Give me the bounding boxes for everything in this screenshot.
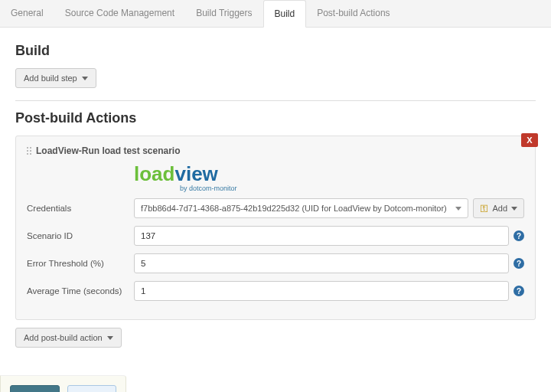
help-icon[interactable]: ? xyxy=(514,230,524,241)
apply-button[interactable]: Apply xyxy=(67,385,116,392)
divider xyxy=(15,100,536,101)
tab-bar: General Source Code Management Build Tri… xyxy=(0,0,551,28)
tab-general[interactable]: General xyxy=(0,0,54,27)
footer-actions: Save Apply xyxy=(0,375,126,392)
post-build-action-title: LoadView-Run load test scenario xyxy=(36,145,180,156)
post-build-action-header[interactable]: LoadView-Run load test scenario xyxy=(27,145,524,156)
avg-time-input[interactable] xyxy=(134,281,509,301)
chevron-down-icon xyxy=(455,207,461,211)
chevron-down-icon xyxy=(82,77,88,80)
add-post-build-action-label: Add post-build action xyxy=(24,333,103,342)
chevron-down-icon xyxy=(107,336,113,340)
post-build-action-block: X LoadView-Run load test scenario loadvi… xyxy=(15,136,536,320)
add-credentials-button[interactable]: ⚿ Add xyxy=(473,198,524,218)
add-post-build-action-button[interactable]: Add post-build action xyxy=(15,328,122,348)
tab-build[interactable]: Build xyxy=(263,0,307,28)
credentials-label: Credentials xyxy=(27,204,134,213)
logo-part-view: view xyxy=(174,162,217,185)
help-icon[interactable]: ? xyxy=(514,286,524,296)
error-threshold-input[interactable] xyxy=(134,253,509,273)
build-section-title: Build xyxy=(15,43,536,59)
chevron-down-icon xyxy=(511,207,517,211)
add-build-step-label: Add build step xyxy=(24,74,77,83)
credentials-select[interactable]: f7bb86d4-7d71-4368-a875-42b19d225d32 (UI… xyxy=(134,198,468,218)
tab-post-build-actions[interactable]: Post-build Actions xyxy=(306,0,400,27)
tab-build-triggers[interactable]: Build Triggers xyxy=(185,0,262,27)
scenario-id-label: Scenario ID xyxy=(27,231,134,240)
error-threshold-label: Error Threshold (%) xyxy=(27,259,134,268)
post-build-section-title: Post-build Actions xyxy=(15,110,536,126)
add-credentials-label: Add xyxy=(492,204,507,213)
logo-subtitle: by dotcom-monitor xyxy=(134,185,524,192)
tab-scm[interactable]: Source Code Management xyxy=(54,0,185,27)
avg-time-label: Average Time (seconds) xyxy=(27,286,134,296)
save-button[interactable]: Save xyxy=(10,385,60,392)
key-icon: ⚿ xyxy=(480,204,488,213)
credentials-selected-value: f7bb86d4-7d71-4368-a875-42b19d225d32 (UI… xyxy=(141,204,447,213)
logo-part-load: load xyxy=(134,162,174,185)
help-icon[interactable]: ? xyxy=(514,258,524,269)
loadview-logo: loadview by dotcom-monitor xyxy=(27,162,524,192)
add-build-step-button[interactable]: Add build step xyxy=(15,68,96,88)
scenario-id-input[interactable] xyxy=(134,226,509,246)
drag-handle-icon[interactable] xyxy=(27,147,31,155)
remove-action-button[interactable]: X xyxy=(521,133,538,147)
